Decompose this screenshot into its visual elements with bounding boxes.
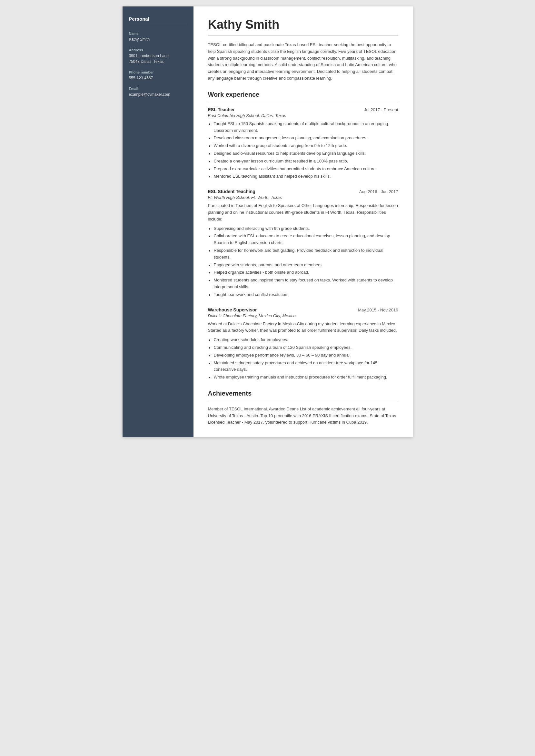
job-bullets-1: Taught ESL to 150 Spanish speaking stude… xyxy=(208,121,398,180)
sidebar-title: Personal xyxy=(129,16,187,22)
job-title-1: ESL Teacher xyxy=(208,107,235,112)
achievements-title: Achievements xyxy=(208,390,398,397)
sidebar-phone-label: Phone number xyxy=(129,70,187,74)
job-description-3: Worked at Dulce's Chocolate Factory in M… xyxy=(208,321,398,334)
job-dates-3: May 2015 - Nov 2016 xyxy=(358,308,398,312)
bullet-item: Designed audio-visual resources to help … xyxy=(208,150,398,157)
job-dates-1: Jul 2017 - Present xyxy=(364,107,398,112)
job-company-2: Ft. Worth High School, Ft. Worth, Texas xyxy=(208,195,398,200)
bullet-item: Supervising and interacting with 9th gra… xyxy=(208,225,398,232)
bullet-item: Engaged with students, parents, and othe… xyxy=(208,262,398,269)
name-divider xyxy=(208,36,398,36)
sidebar-name-value: Kathy Smith xyxy=(129,37,187,42)
job-bullets-3: Creating work schedules for employees. C… xyxy=(208,337,398,381)
bullet-item: Mentored ESL teaching assistant and help… xyxy=(208,173,398,180)
bullet-item: Developing employee performance reviews,… xyxy=(208,352,398,359)
bullet-item: Responsible for homework and test gradin… xyxy=(208,247,398,261)
sidebar-email-label: Email xyxy=(129,87,187,91)
job-title-3: Warehouse Supervisor xyxy=(208,307,257,312)
job-warehouse-supervisor: Warehouse Supervisor May 2015 - Nov 2016… xyxy=(208,307,398,381)
sidebar-address-value: 3901 Lambertson Lane75043 Dallas, Texas xyxy=(129,53,187,65)
sidebar: Personal Name Kathy Smith Address 3901 L… xyxy=(123,7,193,437)
job-header-2: ESL Student Teaching Aug 2016 - Jun 2017 xyxy=(208,189,398,194)
job-header-3: Warehouse Supervisor May 2015 - Nov 2016 xyxy=(208,307,398,312)
sidebar-name-section: Name Kathy Smith xyxy=(129,32,187,42)
bullet-item: Developed classroom management, lesson p… xyxy=(208,135,398,142)
job-company-3: Dulce's Chocolate Factory, Mexico City, … xyxy=(208,313,398,318)
bullet-item: Worked with a diverse group of students … xyxy=(208,143,398,149)
job-description-2: Participated in Teachers of English to S… xyxy=(208,202,398,223)
sidebar-email-section: Email example@cvmaker.com xyxy=(129,87,187,97)
job-esl-teacher: ESL Teacher Jul 2017 - Present East Colu… xyxy=(208,107,398,180)
bullet-item: Wrote employee training manuals and inst… xyxy=(208,374,398,381)
bullet-item: Prepared extra-curricular activities tha… xyxy=(208,166,398,173)
resume-container: Personal Name Kathy Smith Address 3901 L… xyxy=(123,7,413,437)
sidebar-address-label: Address xyxy=(129,48,187,52)
sidebar-divider xyxy=(129,25,187,25)
bullet-item: Created a one-year lesson curriculum tha… xyxy=(208,158,398,165)
sidebar-email-value: example@cvmaker.com xyxy=(129,92,187,97)
summary-text: TESOL-certified bilingual and passionate… xyxy=(208,41,398,82)
job-header-1: ESL Teacher Jul 2017 - Present xyxy=(208,107,398,112)
work-experience-title: Work experience xyxy=(208,91,398,98)
job-title-2: ESL Student Teaching xyxy=(208,189,255,194)
bullet-item: Collaborated with ESL educators to creat… xyxy=(208,233,398,246)
main-content: Kathy Smith TESOL-certified bilingual an… xyxy=(193,7,413,437)
job-dates-2: Aug 2016 - Jun 2017 xyxy=(359,189,398,194)
job-esl-student-teaching: ESL Student Teaching Aug 2016 - Jun 2017… xyxy=(208,189,398,298)
sidebar-phone-value: 555-123-4567 xyxy=(129,75,187,81)
bullet-item: Taught ESL to 150 Spanish speaking stude… xyxy=(208,121,398,134)
sidebar-name-label: Name xyxy=(129,32,187,36)
sidebar-phone-section: Phone number 555-123-4567 xyxy=(129,70,187,81)
bullet-item: Creating work schedules for employees. xyxy=(208,337,398,343)
job-bullets-2: Supervising and interacting with 9th gra… xyxy=(208,225,398,298)
bullet-item: Helped organize activities - both onsite… xyxy=(208,269,398,276)
achievements-divider xyxy=(208,400,398,400)
bullet-item: Monitored students and inspired them to … xyxy=(208,277,398,290)
bullet-item: Taught teamwork and conflict resolution. xyxy=(208,291,398,298)
sidebar-address-section: Address 3901 Lambertson Lane75043 Dallas… xyxy=(129,48,187,65)
job-company-1: East Columbia High School, Dallas, Texas xyxy=(208,113,398,118)
bullet-item: Communicating and directing a team of 12… xyxy=(208,344,398,351)
candidate-name: Kathy Smith xyxy=(208,18,398,32)
bullet-item: Maintained stringent safety procedures a… xyxy=(208,360,398,373)
achievements-text: Member of TESOL International. Awarded D… xyxy=(208,406,398,426)
work-experience-divider xyxy=(208,101,398,101)
